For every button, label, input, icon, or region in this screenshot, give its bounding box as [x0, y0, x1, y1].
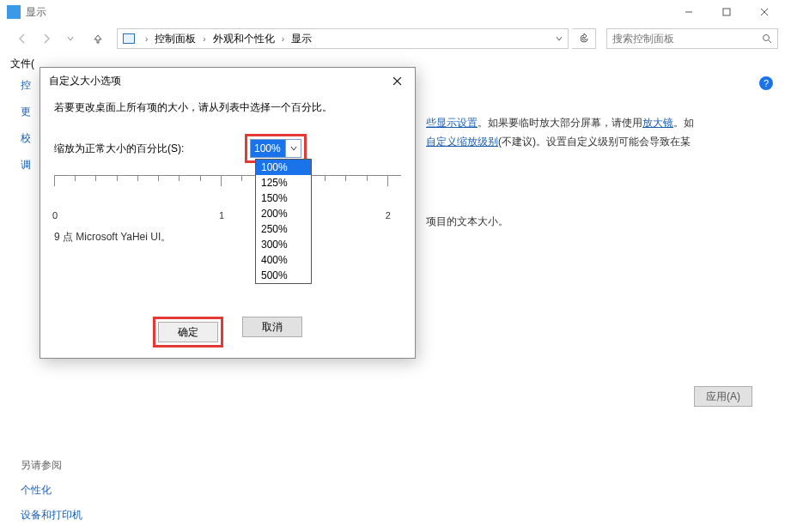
dialog-close-button[interactable]: [384, 70, 410, 92]
apply-button[interactable]: 应用(A): [694, 386, 752, 407]
scale-option[interactable]: 300%: [256, 237, 311, 252]
ruler[interactable]: 0 1 2: [54, 175, 401, 225]
menu-file[interactable]: 文件(: [10, 57, 34, 71]
search-input[interactable]: [607, 29, 777, 48]
svg-line-5: [769, 40, 771, 43]
custom-size-dialog: 自定义大小选项 若要更改桌面上所有项的大小，请从列表中选择一个百分比。 缩放为正…: [40, 67, 416, 359]
search-box[interactable]: [606, 28, 778, 49]
scale-dropdown[interactable]: 100% 125% 150% 200% 250% 300% 400% 500%: [255, 159, 312, 284]
breadcrumb-dropdown[interactable]: [551, 34, 568, 43]
recent-dropdown[interactable]: [60, 28, 81, 49]
main-content: 些显示设置。如果要临时放大部分屏幕，请使用放大镜。如 自定义缩放级别(不建议)。…: [426, 75, 785, 407]
refresh-button[interactable]: [572, 28, 596, 49]
help-icon[interactable]: ?: [759, 76, 773, 90]
maximize-button[interactable]: [708, 0, 745, 24]
sidebar-item[interactable]: 校: [21, 131, 31, 146]
custom-scaling-link[interactable]: 自定义缩放级别: [426, 136, 498, 148]
sidebar-item[interactable]: 更: [21, 105, 31, 119]
chevron-down-icon[interactable]: [285, 140, 301, 157]
devices-printers-link[interactable]: 设备和打印机: [21, 508, 82, 523]
chevron-right-icon: ›: [140, 34, 153, 44]
window-title: 显示: [26, 5, 46, 20]
see-also-header: 另请参阅: [21, 458, 82, 473]
sidebar-item[interactable]: 调: [21, 158, 31, 172]
scale-option[interactable]: 200%: [256, 206, 311, 221]
breadcrumb-item[interactable]: 显示: [289, 32, 313, 46]
sample-text: 9 点 Microsoft YaHei UI。: [54, 230, 401, 245]
ok-button[interactable]: 确定: [158, 322, 218, 342]
chevron-right-icon: ›: [277, 34, 289, 44]
breadcrumb-item[interactable]: 控制面板: [153, 32, 198, 46]
display-settings-link[interactable]: 些显示设置: [426, 117, 478, 129]
forward-button[interactable]: [36, 28, 57, 49]
close-button[interactable]: [745, 0, 783, 24]
see-also: 另请参阅 个性化 设备和打印机: [21, 458, 82, 523]
title-bar: 显示: [0, 0, 785, 24]
scale-option[interactable]: 500%: [256, 268, 311, 283]
scale-option[interactable]: 250%: [256, 221, 311, 237]
sidebar-item[interactable]: 控: [21, 78, 31, 93]
personalization-link[interactable]: 个性化: [21, 483, 82, 498]
breadcrumb-item[interactable]: 外观和个性化: [211, 32, 277, 46]
minimize-button[interactable]: [670, 0, 708, 24]
scale-combobox[interactable]: 100%: [250, 139, 301, 158]
scale-option[interactable]: 400%: [256, 252, 311, 268]
dialog-description: 若要更改桌面上所有项的大小，请从列表中选择一个百分比。: [54, 100, 401, 115]
scale-option[interactable]: 125%: [256, 175, 311, 190]
dialog-titlebar: 自定义大小选项: [40, 68, 415, 94]
control-panel-icon: [121, 31, 137, 46]
highlight-ok: 确定: [153, 317, 223, 348]
svg-rect-1: [723, 9, 730, 15]
app-icon: [7, 5, 21, 19]
back-button[interactable]: [12, 28, 33, 49]
scale-value: 100%: [251, 140, 285, 157]
scale-label: 缩放为正常大小的百分比(S):: [54, 142, 245, 156]
nav-bar: › 控制面板 › 外观和个性化 › 显示: [0, 24, 785, 53]
up-button[interactable]: [88, 28, 108, 49]
breadcrumb[interactable]: › 控制面板 › 外观和个性化 › 显示: [117, 28, 569, 49]
scale-option[interactable]: 150%: [256, 190, 311, 206]
left-sidebar: 控 更 校 调: [21, 78, 31, 172]
dialog-title: 自定义大小选项: [49, 74, 121, 88]
magnifier-link[interactable]: 放大镜: [642, 117, 673, 129]
scale-option[interactable]: 100%: [256, 160, 311, 175]
cancel-button[interactable]: 取消: [242, 317, 302, 337]
svg-point-4: [764, 35, 770, 41]
search-icon[interactable]: [762, 33, 772, 44]
chevron-right-icon: ›: [198, 34, 210, 44]
